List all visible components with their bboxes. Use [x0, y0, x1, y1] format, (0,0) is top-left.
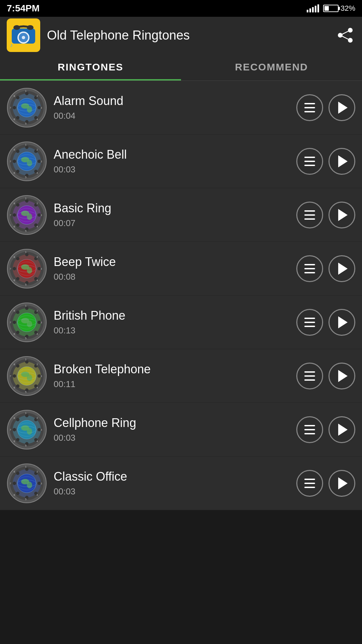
- ringtone-info: Anechoic Bell 00:03: [54, 148, 290, 175]
- ringtone-duration: 00:08: [54, 272, 290, 282]
- ringtone-actions: [296, 309, 355, 336]
- svg-text:5: 5: [25, 229, 27, 232]
- svg-text:3: 3: [41, 267, 42, 270]
- svg-text:1: 1: [25, 358, 27, 361]
- ringtone-duration: 00:07: [54, 218, 290, 228]
- svg-text:6: 6: [14, 493, 15, 496]
- svg-point-178: [16, 418, 19, 421]
- ringtone-actions: [296, 202, 355, 228]
- svg-text:4: 4: [37, 386, 38, 389]
- signal-bars: [307, 4, 319, 12]
- ringtone-info: Classic Office 00:03: [54, 470, 290, 497]
- play-icon: [338, 424, 348, 436]
- menu-button[interactable]: [296, 363, 323, 389]
- svg-text:2: 2: [37, 202, 38, 205]
- svg-text:7: 7: [10, 375, 11, 378]
- ringtone-item[interactable]: 1 2 3 4 5 6 7 8 Alarm Sound 00:04: [0, 81, 362, 135]
- svg-text:8: 8: [14, 148, 15, 151]
- menu-button[interactable]: [296, 94, 323, 121]
- svg-text:3: 3: [41, 321, 42, 324]
- play-button[interactable]: [328, 148, 355, 175]
- ringtone-icon: 1 2 3 4 5 6 7 8: [7, 463, 47, 503]
- play-button[interactable]: [328, 416, 355, 443]
- menu-button[interactable]: [296, 255, 323, 282]
- ringtone-info: Broken Telephone 00:11: [54, 362, 290, 389]
- svg-text:6: 6: [14, 118, 15, 121]
- app-title: Old Telephone Ringtones: [47, 28, 328, 43]
- svg-text:5: 5: [25, 176, 27, 179]
- ringtone-icon: 1 2 3 4 5 6 7 8: [7, 88, 47, 128]
- app-icon: ♪: [7, 18, 40, 52]
- menu-icon: [304, 425, 315, 434]
- menu-icon: [304, 210, 315, 220]
- svg-point-67: [27, 213, 32, 220]
- play-button[interactable]: [328, 255, 355, 282]
- svg-point-202: [13, 482, 16, 485]
- svg-point-126: [16, 331, 19, 334]
- play-button[interactable]: [328, 202, 355, 228]
- tab-recommend[interactable]: RECOMMEND: [181, 54, 362, 80]
- svg-point-176: [16, 438, 19, 441]
- svg-text:2: 2: [37, 95, 38, 98]
- menu-icon: [304, 103, 315, 112]
- tab-ringtones[interactable]: RINGTONES: [0, 54, 181, 80]
- svg-point-127: [13, 321, 16, 324]
- svg-text:6: 6: [14, 225, 15, 228]
- telephone-icon: ♪: [8, 20, 39, 50]
- svg-point-77: [13, 213, 16, 217]
- svg-point-26: [16, 116, 19, 119]
- svg-text:8: 8: [14, 417, 15, 420]
- play-icon: [338, 263, 348, 275]
- svg-point-142: [27, 374, 32, 381]
- ringtone-item[interactable]: 1 2 3 4 5 6 7 8 British Phone 00:13: [0, 296, 362, 349]
- ringtone-actions: [296, 363, 355, 389]
- menu-button[interactable]: [296, 416, 323, 443]
- svg-text:8: 8: [14, 95, 15, 98]
- menu-button[interactable]: [296, 202, 323, 228]
- ringtone-item[interactable]: 1 2 3 4 5 6 7 8 Classic Office 00:03: [0, 457, 362, 510]
- ringtone-item[interactable]: 1 2 3 4 5 6 7 8 Basic Ring 00:07: [0, 188, 362, 242]
- play-icon: [338, 155, 348, 167]
- ringtone-icon: 1 2 3 4 5 6 7 8: [7, 195, 47, 235]
- menu-button[interactable]: [296, 470, 323, 497]
- menu-button[interactable]: [296, 309, 323, 336]
- svg-text:5: 5: [25, 283, 27, 286]
- status-time: 7:54PM: [7, 3, 40, 14]
- ringtone-info: Alarm Sound 00:04: [54, 94, 290, 121]
- play-button[interactable]: [328, 309, 355, 336]
- play-icon: [338, 370, 348, 382]
- share-button[interactable]: [335, 25, 355, 45]
- play-button[interactable]: [328, 363, 355, 389]
- ringtone-info: Cellphone Ring 00:03: [54, 416, 290, 443]
- svg-text:8: 8: [14, 363, 15, 366]
- svg-text:5: 5: [25, 390, 27, 393]
- svg-text:4: 4: [37, 171, 38, 174]
- app-header: ♪ Old Telephone Ringtones: [0, 17, 362, 54]
- svg-point-167: [27, 428, 32, 435]
- svg-text:1: 1: [25, 90, 27, 93]
- menu-button[interactable]: [296, 148, 323, 175]
- ringtone-item[interactable]: 1 2 3 4 5 6 7 8 Beep Twice 00:08: [0, 242, 362, 296]
- svg-text:1: 1: [25, 143, 27, 146]
- svg-text:4: 4: [37, 118, 38, 121]
- ringtone-icon: 1 2 3 4 5 6 7 8: [7, 302, 47, 342]
- ringtone-list: 1 2 3 4 5 6 7 8 Alarm Sound 00:04: [0, 81, 362, 510]
- svg-text:7: 7: [10, 428, 11, 431]
- play-icon: [338, 316, 348, 328]
- svg-text:1: 1: [25, 412, 27, 415]
- play-button[interactable]: [328, 94, 355, 121]
- ringtone-item[interactable]: 1 2 3 4 5 6 7 8 Broken Telephone 00:11: [0, 349, 362, 403]
- ringtone-actions: [296, 470, 355, 497]
- share-svg: [337, 27, 354, 44]
- play-button[interactable]: [328, 470, 355, 497]
- svg-text:5: 5: [25, 122, 27, 125]
- svg-point-53: [16, 150, 19, 153]
- ringtone-item[interactable]: 1 2 3 4 5 6 7 8 Cellphone Ring 00:03: [0, 403, 362, 457]
- status-bar: 7:54PM 32%: [0, 0, 362, 17]
- ringtone-name: Alarm Sound: [54, 94, 290, 108]
- svg-point-28: [16, 96, 19, 99]
- ringtone-item[interactable]: 1 2 3 4 5 6 7 8 Anechoic Bell 00:03: [0, 135, 362, 188]
- svg-text:4: 4: [37, 493, 38, 496]
- ringtone-actions: [296, 148, 355, 175]
- svg-point-177: [13, 428, 16, 431]
